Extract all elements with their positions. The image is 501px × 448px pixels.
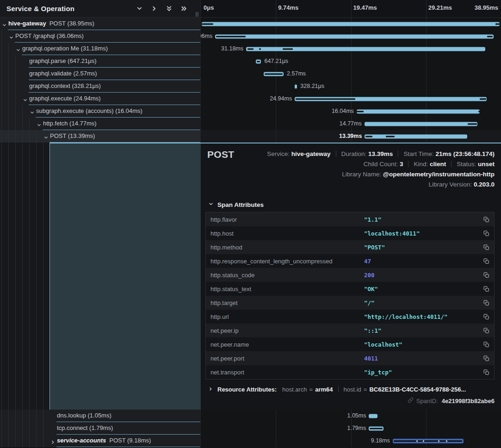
link-icon[interactable] [408,397,414,404]
span-name-cell[interactable]: service-accountsPOST (9.18ms) [0,435,201,447]
panel-resize-handle[interactable]: || [196,12,199,17]
chevron-down-icon[interactable] [30,109,35,117]
copy-icon[interactable] [483,230,489,236]
chevron-down-icon[interactable] [136,5,143,12]
critical-path-segment [296,98,355,100]
copy-icon[interactable] [483,300,489,306]
span-bar-cell[interactable]: 647.21μs [201,55,501,68]
span-name-cell[interactable]: dns.lookup (1.05ms) [0,410,201,422]
span-duration-label: 647.21μs [264,55,288,68]
span-bar-cell[interactable]: 16.04ms [201,105,501,118]
attribute-key: http.status_code [210,272,364,279]
span-name-cell[interactable]: graphql.execute (24.94ms) [0,93,201,105]
span-rows-bottom: dns.lookup (1.05ms)1.05mstcp.connect (1.… [0,410,501,447]
attribute-key: net.peer.name [210,341,364,348]
span-duration-bar[interactable] [202,22,500,26]
copy-icon[interactable] [483,244,489,250]
span-row[interactable]: graphql.execute (24.94ms)24.94ms [0,93,501,105]
span-name-cell[interactable]: graphql.context (328.21μs) [0,80,201,93]
span-row[interactable]: tcp.connect (1.79ms)1.79ms [0,422,501,435]
span-duration-label: 31.18ms [221,43,243,55]
span-row[interactable]: graphql.operation Me (31.18ms)31.18ms [0,43,501,55]
row-service-border [49,142,200,143]
chevron-down-icon[interactable] [2,21,7,30]
double-chevron-down-icon[interactable] [166,5,173,12]
chevron-right-icon[interactable] [151,5,158,12]
span-bar-cell[interactable]: 31.18ms [201,43,501,55]
span-name-cell[interactable]: graphql.operation Me (31.18ms) [0,43,201,55]
span-name-cell[interactable]: POST (13.39ms) [0,130,201,143]
span-duration-bar[interactable] [365,134,467,138]
timeline-gridline [426,422,427,435]
critical-path-segment [247,48,254,50]
timeline-gridline [426,55,427,68]
span-row[interactable]: dns.lookup (1.05ms)1.05ms [0,410,501,422]
span-row[interactable]: hive-gatewayPOST (38.95ms)38.95ms [0,18,501,30]
timeline-gridline [351,55,352,68]
attribute-key: http.flavor [210,216,364,223]
span-duration-bar[interactable] [215,34,494,38]
double-chevron-right-icon[interactable] [180,5,187,12]
chevron-down-icon[interactable] [43,134,49,142]
span-row[interactable]: subgraph.execute (accounts) (16.04ms)16.… [0,105,501,118]
span-row[interactable]: http.fetch (14.77ms)14.77ms [0,118,501,130]
chevron-right-icon[interactable] [50,438,56,447]
span-bar-cell[interactable]: 9.18ms [201,435,501,447]
chevron-down-icon[interactable] [23,96,28,105]
copy-icon[interactable] [483,258,489,264]
copy-icon[interactable] [483,342,489,348]
span-name-cell[interactable]: subgraph.execute (accounts) (16.04ms) [0,105,201,118]
copy-icon[interactable] [483,217,489,223]
attribute-value: "POST" [364,244,483,251]
field-value: 0.203.0 [474,181,495,188]
copy-icon[interactable] [483,328,489,334]
attribute-key: http.host [210,230,364,237]
resource-attributes-row[interactable]: Resource Attributes:host.arch=arm64host.… [205,386,495,393]
copy-icon[interactable] [483,369,489,375]
copy-icon[interactable] [483,314,489,320]
span-bar-cell[interactable]: 1.79ms [201,422,501,435]
span-attributes-header[interactable]: Span Attributes [205,201,495,208]
span-bar-cell[interactable]: 14.77ms [201,118,501,130]
field-value: hive-gateway [291,150,331,157]
span-name-cell[interactable]: graphql.parse (647.21μs) [0,55,201,68]
span-row[interactable]: graphql.context (328.21μs)328.21μs [0,80,501,93]
span-row[interactable]: service-accountsPOST (9.18ms)9.18ms [0,435,501,447]
span-name-label: POST (13.39ms) [50,130,95,142]
span-name-cell[interactable]: tcp.connect (1.79ms) [0,422,201,435]
critical-path-segment [257,61,260,62]
span-name-cell[interactable]: POST /graphql (36.06ms) [0,30,201,43]
span-duration-bar[interactable] [365,122,478,126]
span-name-cell[interactable]: graphql.validate (2.57ms) [0,68,201,80]
span-bar-cell[interactable]: 24.94ms [201,93,501,105]
chevron-down-icon[interactable] [37,121,42,130]
field-label: Library Name: [342,171,383,178]
span-name-cell[interactable]: http.fetch (14.77ms) [0,118,201,130]
chevron-down-icon[interactable] [9,34,14,42]
chevron-down-icon [205,201,217,208]
attribute-value: "OK" [364,286,483,292]
chevron-right-icon[interactable] [205,386,213,393]
span-bar-cell[interactable]: 13.39ms [201,130,501,143]
service-name: hive-gateway [8,20,46,27]
span-duration-bar[interactable] [357,109,480,113]
copy-icon[interactable] [483,286,489,292]
span-row[interactable]: POST (13.39ms)13.39ms [0,130,501,143]
span-row[interactable]: graphql.validate (2.57ms)2.57ms [0,68,501,80]
span-duration-bar[interactable] [369,414,377,418]
chevron-down-icon[interactable] [16,46,21,55]
span-duration-bar[interactable] [295,84,297,88]
span-detail-row: POST Service: hive-gatewayDuration: 13.3… [0,143,501,410]
span-row[interactable]: graphql.parse (647.21μs)647.21μs [0,55,501,68]
span-bar-cell[interactable]: 328.21μs [201,80,501,93]
span-name-label: hive-gatewayPOST (38.95ms) [8,18,94,30]
span-row[interactable]: POST /graphql (36.06ms)36.06ms [0,30,501,43]
service-name: service-accounts [57,437,106,444]
copy-icon[interactable] [483,355,489,361]
span-bar-cell[interactable]: 1.05ms [201,410,501,422]
copy-icon[interactable] [483,272,489,278]
span-name-cell[interactable]: hive-gatewayPOST (38.95ms) [0,18,201,30]
span-bar-cell[interactable]: 38.95ms [201,18,501,30]
span-bar-cell[interactable]: 36.06ms [201,30,501,43]
span-bar-cell[interactable]: 2.57ms [201,68,501,80]
